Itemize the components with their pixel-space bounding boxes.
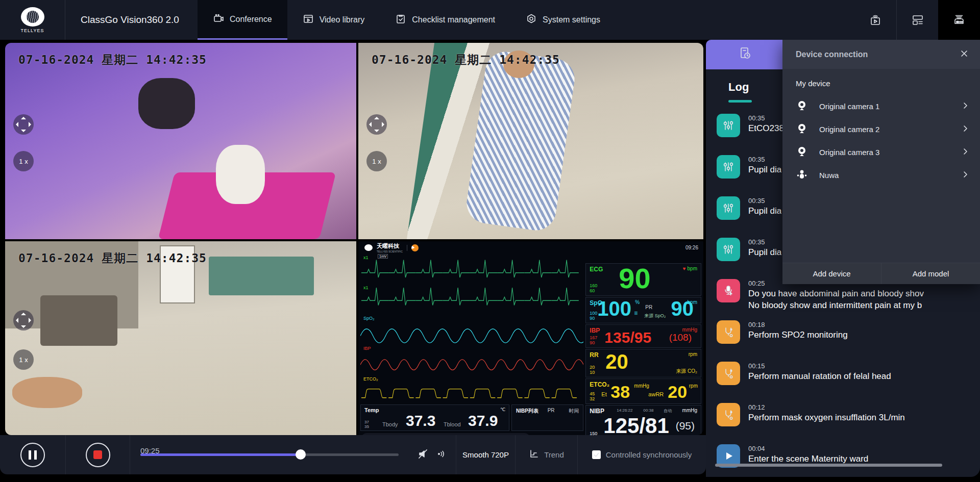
tab-label: Video library bbox=[320, 15, 365, 24]
ibp-waveform: IBP bbox=[360, 344, 583, 374]
nav-right-icons bbox=[854, 0, 980, 40]
device-panel-title: Device connection bbox=[796, 50, 960, 59]
trend-label: Trend bbox=[544, 450, 564, 459]
mute-icon[interactable] bbox=[418, 448, 429, 462]
chevron-right-icon bbox=[962, 171, 969, 180]
video-timestamp: 07-16-2024 星期二 14:42:35 bbox=[18, 250, 207, 266]
progress-slider-section: 09:25 bbox=[130, 435, 409, 474]
zoom-level-badge[interactable]: 1 x bbox=[13, 349, 34, 370]
add-device-button[interactable]: Add device bbox=[782, 263, 881, 284]
log-entry[interactable]: 00:12Perform mask oxygen insufflation 3L… bbox=[706, 403, 980, 444]
log-entry[interactable]: 00:25Do you have abdominal pain and bloo… bbox=[706, 279, 980, 320]
zoom-level-badge[interactable]: 1 x bbox=[13, 151, 34, 171]
close-icon[interactable] bbox=[960, 49, 969, 60]
volume-waves-icon[interactable] bbox=[437, 449, 447, 461]
video-grid: 07-16-2024 星期二 14:42:35 1 x 07-16-2024 星… bbox=[5, 43, 703, 435]
brand-logo: TELLYES bbox=[0, 0, 65, 40]
device-panel-footer: Add device Add model bbox=[782, 263, 980, 284]
device-connection-button[interactable] bbox=[938, 0, 980, 40]
monitor-logo-icon bbox=[364, 244, 373, 251]
pause-button[interactable] bbox=[20, 443, 45, 467]
quality-selector[interactable]: Smooth 720P bbox=[456, 435, 515, 474]
webcam-icon bbox=[796, 145, 808, 160]
webcam-icon bbox=[796, 99, 808, 114]
checklist-icon bbox=[395, 13, 406, 27]
pan-control[interactable] bbox=[13, 114, 34, 135]
tellyes-logo-icon bbox=[21, 7, 44, 27]
log-scrollbar[interactable] bbox=[715, 464, 942, 467]
log-document-clock-icon bbox=[738, 46, 753, 63]
ibp-value-panel: IBP mmHg 135/95 (108) 16790 bbox=[585, 324, 701, 348]
monitor-vitals: ECG ♥ bpm 90 16060 SpO₂ bpm 100 % ≡ PR 来… bbox=[585, 253, 701, 435]
trend-button[interactable]: Trend bbox=[515, 435, 577, 474]
mannequin-shape bbox=[216, 145, 265, 204]
video-library-icon bbox=[303, 13, 314, 27]
ecg-waveform-1: x1 1mV bbox=[360, 253, 583, 283]
log-entry[interactable]: 00:15Perform manual ratation of felal he… bbox=[706, 362, 980, 403]
chevron-right-icon bbox=[962, 148, 969, 157]
microphone-icon bbox=[717, 279, 740, 302]
etco2-value-panel: ETCO₂ Et 38 mmHg awRR 20 rpm 4532 bbox=[585, 378, 701, 404]
parameter-sliders-icon bbox=[717, 196, 740, 220]
progress-track[interactable] bbox=[140, 453, 399, 456]
elapsed-time: 09:25 bbox=[140, 446, 160, 455]
brand-name: TELLYES bbox=[21, 28, 44, 33]
log-entry[interactable]: 00:04Enter the scene Maternity ward bbox=[706, 444, 980, 477]
video-feed-delivery-room[interactable]: 07-16-2024 星期二 14:42:35 1 x bbox=[5, 43, 356, 239]
video-feed-patient-monitor[interactable]: 天曜科技 TELLYES SCIENTIFIC 09:26 x1 1mV bbox=[358, 241, 703, 435]
parameter-sliders-icon bbox=[717, 155, 740, 179]
chairs-shape bbox=[209, 257, 314, 295]
rr-value-panel: RR rpm 20 来源 CO₂ 2010 bbox=[585, 349, 701, 377]
sync-checkbox[interactable] bbox=[592, 450, 601, 459]
monitor-clock: 09:26 bbox=[685, 245, 698, 250]
playback-control-bar: 09:25 Smooth 720P Trend Controlled synch… bbox=[0, 435, 706, 474]
tab-label: Checklist management bbox=[412, 15, 495, 24]
person-silhouette bbox=[138, 78, 194, 129]
video-feed-classroom[interactable]: 07-16-2024 星期二 14:42:35 1 x bbox=[5, 241, 356, 435]
nibp-list-panel: NIBP列表 PR 时间 bbox=[511, 404, 583, 431]
device-item-camera-2[interactable]: Original camera 2 bbox=[796, 118, 969, 141]
spo2-value-panel: SpO₂ bpm 100 % ≡ PR 来源 SpO₂ 90 10090 bbox=[585, 297, 701, 323]
spo2-waveform: SpO₂ bbox=[360, 314, 583, 344]
tab-label: Conference bbox=[230, 15, 272, 24]
tab-system-settings[interactable]: System settings bbox=[510, 0, 616, 40]
settings-icon bbox=[526, 13, 537, 27]
live-stream-button[interactable] bbox=[854, 0, 896, 40]
stethoscope-icon bbox=[717, 362, 740, 385]
monitor-header: 天曜科技 TELLYES SCIENTIFIC 09:26 bbox=[358, 241, 703, 253]
equipment-cart-shape bbox=[40, 295, 117, 346]
my-device-label: My device bbox=[796, 79, 969, 88]
temp-panel: Temp ℃ 3735 Tbody 37.3 Tblood 37.9 bbox=[360, 404, 509, 431]
tab-conference[interactable]: Conference bbox=[198, 0, 287, 40]
zoom-level-badge[interactable]: 1 x bbox=[366, 151, 387, 171]
webcam-icon bbox=[796, 122, 808, 137]
pan-control[interactable] bbox=[13, 310, 34, 331]
etco2-waveform: ETCO₂ bbox=[360, 374, 583, 404]
video-timestamp: 07-16-2024 星期二 14:42:35 bbox=[372, 52, 560, 68]
trend-icon bbox=[529, 449, 539, 461]
tab-label: System settings bbox=[543, 15, 600, 24]
tab-video-library[interactable]: Video library bbox=[287, 0, 380, 40]
monitor-waveforms: x1 1mV x1 SpO₂ bbox=[360, 253, 583, 404]
mannequin-shape bbox=[12, 377, 83, 408]
layout-button[interactable] bbox=[896, 0, 938, 40]
device-item-camera-1[interactable]: Original camera 1 bbox=[796, 95, 969, 118]
ecg-value-panel: ECG ♥ bpm 90 16060 bbox=[585, 263, 701, 296]
parameter-sliders-icon bbox=[717, 114, 740, 137]
device-item-nuwa[interactable]: Nuwa bbox=[796, 164, 969, 187]
device-item-camera-3[interactable]: Original camera 3 bbox=[796, 141, 969, 164]
video-feed-patient-bed[interactable]: 07-16-2024 星期二 14:42:35 1 x bbox=[358, 43, 703, 239]
tab-checklist-management[interactable]: Checklist management bbox=[380, 0, 510, 40]
stop-record-button[interactable] bbox=[86, 443, 110, 467]
ecg-waveform-2: x1 bbox=[360, 283, 583, 313]
log-entry[interactable]: 00:18Perform SPO2 monitoring bbox=[706, 320, 980, 362]
add-model-button[interactable]: Add model bbox=[881, 263, 980, 284]
pan-control[interactable] bbox=[366, 114, 387, 135]
chevron-right-icon bbox=[962, 102, 969, 111]
stop-icon bbox=[93, 450, 102, 459]
progress-handle[interactable] bbox=[296, 449, 306, 460]
monitor-flame-icon bbox=[411, 244, 419, 251]
pause-icon bbox=[29, 450, 37, 460]
chevron-right-icon bbox=[962, 125, 969, 134]
progress-fill bbox=[140, 453, 301, 456]
